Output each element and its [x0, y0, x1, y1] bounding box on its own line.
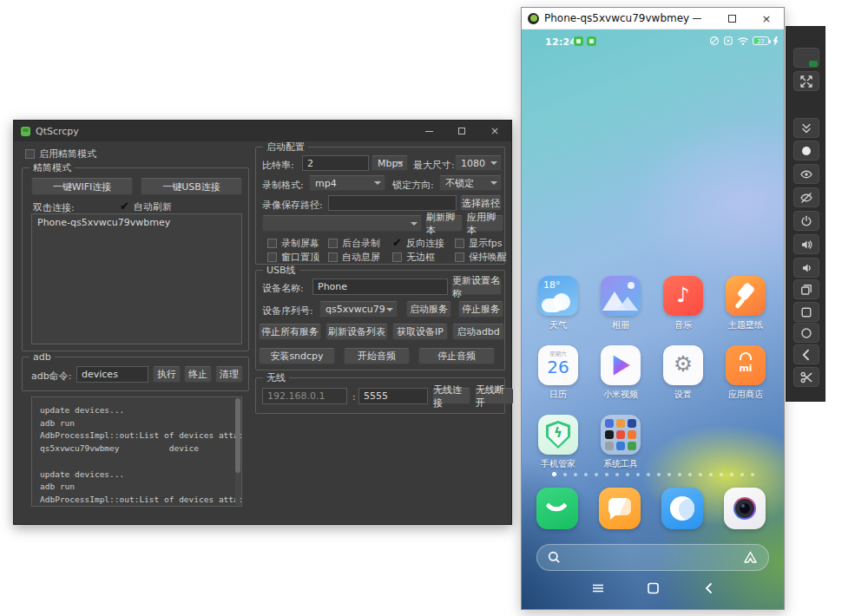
phone-close-button[interactable]: × — [749, 8, 784, 29]
reverse-connect-checkbox[interactable]: 反向连接 — [392, 237, 444, 250]
app-settings[interactable]: ⚙ 设置 — [663, 345, 703, 401]
close-icon: × — [762, 12, 772, 25]
auto-refresh-checkbox[interactable]: 自动刷新 — [120, 200, 172, 213]
save-path-input[interactable] — [328, 195, 457, 211]
dock-messages-app[interactable] — [599, 488, 641, 529]
wireless-disconnect-button[interactable]: 无线断开 — [475, 388, 513, 404]
app-themes[interactable]: 主题壁纸 — [726, 276, 766, 331]
record-format-label: 录制格式: — [262, 179, 304, 192]
nav-home-button[interactable] — [647, 581, 660, 598]
script-select[interactable] — [262, 215, 422, 232]
log-scrollbar[interactable] — [235, 398, 240, 505]
install-sndcpy-button[interactable]: 安装sndcpy — [259, 348, 335, 364]
dock-camera-app[interactable] — [724, 488, 766, 529]
circle-icon — [799, 326, 813, 340]
folder-system-tools[interactable]: 系统工具 — [601, 415, 641, 470]
nav-menu-button[interactable] — [591, 581, 605, 598]
control-toolbar — [786, 26, 825, 402]
serial-select[interactable]: qs5xvwcu79 — [319, 301, 398, 318]
show-fps-checkbox[interactable]: 显示fps — [455, 237, 503, 250]
wireless-port-input[interactable] — [358, 388, 428, 404]
stop-audio-button[interactable]: 停止音频 — [418, 348, 495, 364]
search-bar[interactable] — [536, 544, 769, 571]
keep-awake-checkbox[interactable]: 保持唤醒 — [455, 251, 507, 264]
stop-server-button[interactable]: 停止服务 — [458, 301, 503, 318]
update-name-button[interactable]: 更新设置名称 — [451, 279, 502, 295]
toolbar-fullscreen-button[interactable] — [793, 71, 819, 91]
usb-connect-button[interactable]: 一键USB连接 — [141, 178, 242, 195]
checkbox-icon — [455, 252, 464, 262]
phone-minimize-button[interactable] — [680, 8, 714, 29]
wireless-connect-button[interactable]: 无线连接 — [432, 388, 470, 404]
phone-maximize-button[interactable] — [714, 8, 749, 29]
checkbox-icon — [267, 252, 277, 262]
app-app-store[interactable]: mi 应用商店 — [726, 345, 766, 401]
toolbar-circle-button[interactable] — [793, 323, 819, 343]
maximize-button[interactable] — [445, 121, 478, 141]
toolbar-expand-more-button[interactable] — [793, 118, 819, 138]
refresh-device-list-button[interactable]: 刷新设备列表 — [326, 324, 388, 340]
lock-orientation-select[interactable]: 不锁定 — [439, 175, 502, 191]
record-screen-checkbox[interactable]: 录制屏幕 — [267, 237, 319, 250]
choose-path-button[interactable]: 选择路径 — [460, 195, 502, 211]
page-dot — [595, 473, 598, 476]
chevron-down-icon — [411, 222, 418, 226]
record-format-select[interactable]: mp4 — [309, 175, 385, 191]
adb-run-button[interactable]: 执行 — [153, 366, 181, 383]
get-device-ip-button[interactable]: 获取设备IP — [392, 324, 448, 340]
max-size-select[interactable]: 1080 — [455, 155, 502, 171]
dock-phone-app[interactable] — [536, 488, 578, 529]
stop-all-services-button[interactable]: 停止所有服务 — [259, 324, 321, 340]
start-audio-button[interactable]: 开始音频 — [344, 348, 410, 364]
device-name-input[interactable] — [312, 279, 448, 295]
app-music[interactable]: ♪ 音乐 — [663, 276, 703, 331]
bitrate-label: 比特率: — [262, 159, 294, 172]
toolbar-chevron-left-button[interactable] — [793, 344, 819, 364]
start-server-button[interactable]: 启动服务 — [406, 301, 451, 318]
toolbar-scissors-button[interactable] — [793, 367, 819, 387]
window-on-top-checkbox[interactable]: 窗口置顶 — [267, 251, 319, 264]
nav-back-button[interactable] — [704, 581, 713, 598]
qtscrcpy-titlebar[interactable]: QtScrcpy × — [14, 121, 511, 141]
frameless-checkbox[interactable]: 无边框 — [392, 251, 435, 264]
toolbar-eye-open-button[interactable] — [793, 164, 819, 184]
enable-simple-mode-checkbox[interactable]: 启用精简模式 — [25, 147, 96, 161]
refresh-script-button[interactable]: 刷新脚本 — [425, 215, 463, 232]
start-adbd-button[interactable]: 启动adbd — [452, 324, 504, 340]
apply-script-button[interactable]: 应用脚本 — [466, 215, 503, 232]
bitrate-input[interactable] — [302, 155, 369, 171]
ip-port-separator: : — [352, 391, 356, 403]
toolbar-eye-closed-button[interactable] — [793, 187, 819, 207]
lock-orientation-label: 锁定方向: — [392, 179, 434, 192]
auto-screen-off-checkbox[interactable]: 自动息屏 — [328, 251, 380, 264]
toolbar-square-button[interactable] — [793, 302, 819, 322]
close-button[interactable]: × — [478, 121, 511, 141]
device-list[interactable]: Phone-qs5xvwcu79vwbmey — [31, 213, 242, 344]
app-weather[interactable]: 18° 天气 — [538, 276, 578, 331]
background-record-checkbox[interactable]: 后台录制 — [328, 237, 380, 250]
adb-kill-button[interactable]: 终止 — [184, 366, 212, 383]
adb-clear-button[interactable]: 清理 — [215, 366, 243, 383]
android-icon — [528, 13, 539, 24]
toolbar-android-app-button[interactable] — [793, 48, 819, 68]
wireless-ip-input[interactable] — [262, 388, 347, 404]
toolbar-record-circle-button[interactable] — [793, 141, 819, 161]
phone-titlebar[interactable]: Phone-qs5xvwcu79vwbmey × — [522, 8, 784, 29]
app-gallery[interactable]: 相册 — [601, 276, 641, 331]
toolbar-power-button[interactable] — [793, 211, 819, 231]
app-mi-video[interactable]: 小米视频 — [601, 345, 641, 401]
app-calendar[interactable]: 星期六 26 日历 — [538, 345, 578, 401]
dock-browser-app[interactable] — [661, 488, 703, 529]
minimize-button[interactable] — [412, 121, 445, 141]
toolbar-volume-down-button[interactable] — [793, 258, 819, 278]
device-list-item[interactable]: Phone-qs5xvwcu79vwbmey — [32, 214, 241, 231]
toolbar-volume-up-button[interactable] — [793, 234, 819, 254]
bitrate-unit-select[interactable]: Mbps — [372, 155, 408, 171]
adb-log-output[interactable]: update devices... adb run AdbProcessImpl… — [31, 396, 242, 507]
app-security[interactable]: ϟ 手机管家 — [538, 415, 578, 470]
toolbar-overlap-windows-button[interactable] — [793, 279, 819, 299]
adb-command-input[interactable] — [76, 366, 148, 383]
wifi-connect-button[interactable]: 一键WIFI连接 — [31, 178, 133, 195]
phone-screen[interactable]: 12:24 27 18° — [522, 29, 784, 609]
checkbox-icon — [267, 239, 277, 248]
